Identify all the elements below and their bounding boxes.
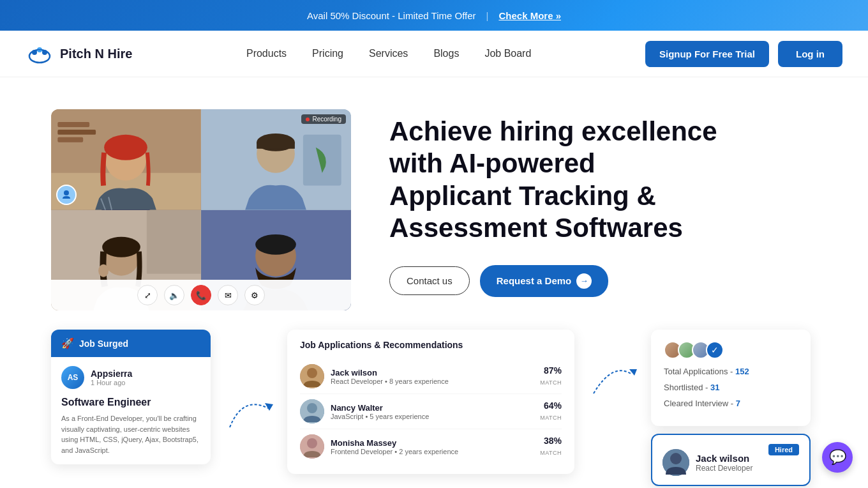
match-badge-1: 87% MATCH	[540, 365, 562, 387]
demo-button[interactable]: Request a Demo →	[480, 265, 609, 297]
video-cell-1	[51, 109, 201, 210]
svg-point-23	[102, 236, 140, 257]
hero-headline: Achieve hiring excellence with AI-powere…	[389, 116, 817, 245]
message-button[interactable]: ✉	[218, 285, 238, 305]
nav-services[interactable]: Services	[369, 48, 408, 59]
svg-point-12	[64, 190, 69, 195]
logo-link[interactable]: Pitch N Hire	[26, 40, 132, 68]
stats-wrapper: ✓ Total Applications - 152 Shortlisted -…	[651, 330, 811, 486]
headline-line4: Assessment Softwares	[389, 213, 683, 243]
chat-bubble[interactable]: 💬	[822, 442, 853, 473]
svg-point-24	[98, 264, 108, 277]
svg-marker-36	[629, 369, 637, 376]
demo-label: Request a Demo	[497, 275, 572, 286]
applicant-left-2: Nancy Walter JavaScript • 5 years experi…	[300, 399, 429, 423]
job-surged-card: 🚀 Job Surged AS Appsierra 1 Hour ago Sof…	[51, 330, 211, 464]
hired-name: Jack wilson	[696, 453, 752, 464]
applicant-row: Jack wilson React Developer • 8 years ex…	[300, 359, 562, 394]
avatar-icon-2	[300, 399, 324, 423]
stat-total-value: 152	[735, 367, 749, 376]
stat-shortlisted-label: Shortlisted -	[664, 383, 708, 392]
person-silhouette-2	[201, 109, 351, 210]
video-controls: ⤢ 🔈 📞 ✉ ⚙	[51, 280, 351, 310]
settings-button[interactable]: ⚙	[244, 285, 265, 305]
stat-total-row: Total Applications - 152	[664, 367, 798, 376]
svg-point-31	[307, 368, 317, 378]
match-badge-3: 38% MATCH	[540, 436, 562, 457]
nav-blogs[interactable]: Blogs	[433, 48, 459, 59]
signup-button[interactable]: Signup For Free Trial	[645, 41, 769, 67]
applicant-left-3: Monisha Massey Frontend Developer • 2 ye…	[300, 434, 458, 459]
top-banner: Avail 50% Discount - Limited Time Offer …	[0, 0, 868, 31]
recording-text: Recording	[312, 116, 341, 123]
avatar-icon-1	[300, 364, 324, 388]
job-surged-title: Job Surged	[79, 339, 128, 349]
hero-left: Recording	[51, 109, 351, 310]
headline-line3: Applicant Tracking &	[389, 181, 656, 211]
nav-job-board[interactable]: Job Board	[484, 48, 531, 59]
hero-cta-row: Contact us Request a Demo →	[389, 265, 817, 297]
rec-dot	[306, 118, 310, 121]
match-badge-2: 64% MATCH	[540, 400, 562, 422]
svg-marker-29	[265, 403, 273, 411]
hired-badge: Hired	[768, 444, 799, 455]
headline-line2: with AI-powered	[389, 148, 595, 178]
applicant-row-3: Monisha Massey Frontend Developer • 2 ye…	[300, 429, 562, 464]
banner-cta[interactable]: Check More »	[498, 10, 561, 21]
svg-point-28	[255, 234, 296, 254]
applicant-role-2: JavaScript • 5 years experience	[331, 413, 429, 420]
hired-avatar	[662, 449, 689, 476]
job-surged-header: 🚀 Job Surged	[51, 330, 211, 357]
volume-button[interactable]: 🔈	[164, 285, 184, 305]
end-call-button[interactable]: 📞	[191, 285, 211, 305]
avatar-check-icon: ✓	[706, 341, 724, 359]
company-time: 1 Hour ago	[91, 379, 132, 386]
svg-point-11	[104, 135, 147, 160]
nav-pricing[interactable]: Pricing	[312, 48, 343, 59]
applicant-row-2: Nancy Walter JavaScript • 5 years experi…	[300, 394, 562, 429]
avatar-person-icon	[61, 190, 71, 200]
contact-button[interactable]: Contact us	[389, 266, 470, 295]
match-label-1: MATCH	[540, 379, 562, 386]
login-button[interactable]: Log in	[778, 41, 842, 67]
svg-rect-18	[257, 142, 295, 149]
svg-rect-6	[57, 122, 89, 127]
stat-total-label: Total Applications -	[664, 367, 733, 376]
job-surged-body: AS Appsierra 1 Hour ago Software Enginee…	[51, 357, 211, 464]
svg-point-38	[670, 453, 682, 464]
company-initials: AS	[68, 373, 79, 382]
company-avatar: AS	[61, 366, 84, 389]
hero-section: Recording	[0, 77, 868, 323]
applicant-role-3: Frontend Developer • 2 years experience	[331, 448, 458, 455]
svg-point-35	[307, 438, 317, 448]
match-pct-2: 64%	[540, 400, 562, 411]
banner-text: Avail 50% Discount - Limited Time Offer	[307, 10, 476, 21]
applicant-avatar-2	[300, 399, 324, 423]
applicant-name-3: Monisha Massey	[331, 438, 458, 448]
recording-badge: Recording	[301, 114, 346, 124]
hired-card: Hired Jack wilson React Developer	[651, 434, 811, 486]
company-row: AS Appsierra 1 Hour ago	[61, 366, 200, 389]
match-pct-1: 87%	[540, 365, 562, 376]
stats-card: ✓ Total Applications - 152 Shortlisted -…	[651, 330, 811, 426]
headline-line1: Achieve hiring excellence	[389, 116, 717, 146]
expand-button[interactable]: ⤢	[137, 285, 158, 305]
stat-shortlisted-value: 31	[710, 383, 719, 392]
stat-cleared-value: 7	[736, 399, 740, 408]
hero-right: Achieve hiring excellence with AI-powere…	[389, 109, 817, 297]
match-label-3: MATCH	[540, 450, 562, 456]
applicant-avatar-3	[300, 434, 324, 459]
applicant-avatar-1	[300, 364, 324, 388]
avatar-icon-3	[300, 434, 324, 459]
nav-products[interactable]: Products	[246, 48, 287, 59]
applicant-name-1: Jack wilson	[331, 368, 449, 377]
rocket-icon: 🚀	[61, 337, 74, 349]
svg-rect-21	[147, 210, 201, 274]
video-cell-2: Recording	[201, 109, 351, 210]
logo-text: Pitch N Hire	[60, 47, 132, 61]
dashboard-section: 🚀 Job Surged AS Appsierra 1 Hour ago Sof…	[0, 323, 868, 488]
job-title-card: Software Engineer	[61, 397, 200, 408]
applications-title: Job Applications & Recommendations	[300, 340, 562, 350]
logo-icon	[26, 40, 54, 68]
curve-arrow-1	[223, 389, 274, 440]
